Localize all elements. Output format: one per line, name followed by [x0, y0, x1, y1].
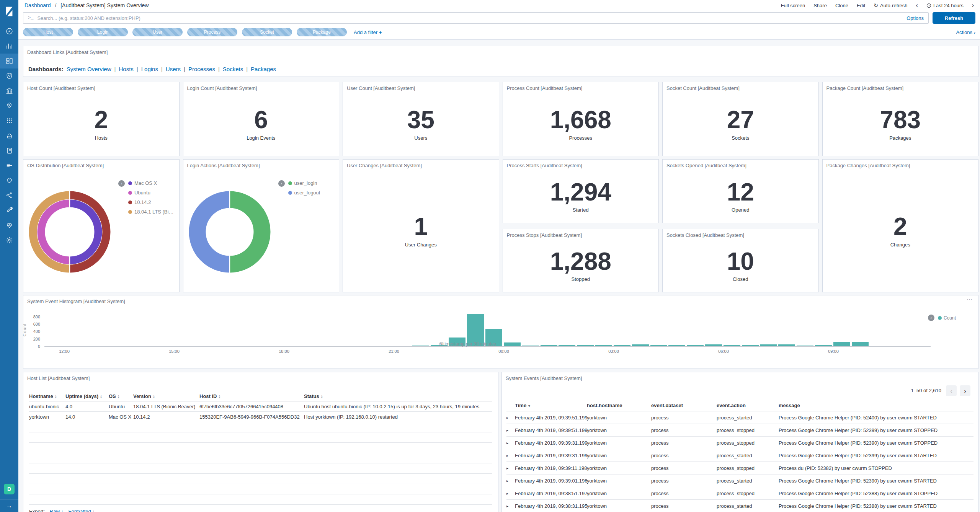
column-header-message[interactable]: message: [779, 403, 973, 408]
dashboard-link-system-overview[interactable]: System Overview: [67, 66, 111, 72]
auto-refresh-button[interactable]: ↻ Auto-refresh: [874, 2, 907, 8]
login-actions-donut-chart[interactable]: [189, 191, 271, 273]
options-link[interactable]: Options: [906, 15, 924, 21]
sort-carets-icon[interactable]: ▲▼: [55, 395, 57, 399]
legend-expand-icon[interactable]: ›: [118, 180, 125, 187]
sidebar-item-heartbeat[interactable]: [0, 218, 18, 233]
column-header-event-action[interactable]: event.action: [717, 403, 779, 408]
legend-item-10-14-2[interactable]: 10.14.2: [128, 199, 176, 205]
histogram-bar[interactable]: [705, 344, 722, 346]
legend-item-mac-os-x[interactable]: Mac OS X: [128, 180, 176, 186]
actions-link[interactable]: Actions ›: [956, 29, 975, 35]
sidebar-item-shield[interactable]: [0, 68, 18, 83]
histogram-bar[interactable]: [815, 345, 832, 346]
legend-expand-icon[interactable]: ›: [278, 180, 285, 187]
export-raw-link[interactable]: Raw ↓: [50, 509, 64, 512]
histogram-bar[interactable]: [376, 346, 392, 346]
filter-pill-host[interactable]: Host: [23, 28, 73, 36]
legend-expand-icon[interactable]: ›: [928, 315, 934, 321]
histogram-bar[interactable]: [412, 346, 429, 346]
histogram-bar[interactable]: [760, 344, 777, 346]
histogram-bar[interactable]: [394, 346, 411, 346]
sidebar-item-map-pin[interactable]: [0, 98, 18, 113]
sort-carets-icon[interactable]: ▲▼: [219, 395, 221, 399]
kibana-logo-icon[interactable]: [0, 0, 18, 23]
histogram-bar[interactable]: [522, 346, 539, 346]
share-button[interactable]: Share: [813, 3, 827, 8]
sidebar-item-dots-grid[interactable]: [0, 113, 18, 128]
dashboard-link-processes[interactable]: Processes: [188, 66, 215, 72]
sidebar-item-gear[interactable]: [0, 233, 18, 248]
next-page-button[interactable]: ›: [960, 385, 970, 396]
histogram-bar[interactable]: [541, 345, 557, 346]
time-forward-button[interactable]: ›: [972, 2, 974, 8]
sidebar-item-dashboard-grid[interactable]: [0, 54, 18, 68]
filter-pill-login[interactable]: Login: [78, 28, 128, 36]
legend-item-18-04-1-lts-bionic-b-[interactable]: 18.04.1 LTS (Bionic B...: [128, 209, 176, 215]
legend-item-user-logout[interactable]: user_logout: [288, 190, 320, 196]
column-header-hostname[interactable]: Hostname▲▼: [29, 393, 65, 399]
os-distribution-donut-chart[interactable]: [29, 191, 111, 273]
histogram-bar[interactable]: [687, 345, 704, 346]
sidebar-item-wrench[interactable]: [0, 203, 18, 218]
time-range-picker[interactable]: Last 24 hours: [926, 3, 964, 8]
histogram-bar[interactable]: [852, 342, 869, 346]
expand-row-icon[interactable]: ▸: [506, 504, 515, 508]
edit-button[interactable]: Edit: [857, 3, 865, 8]
histogram-bar[interactable]: [632, 344, 649, 346]
histogram-bar[interactable]: [559, 345, 575, 346]
add-filter-link[interactable]: Add a filter +: [354, 29, 382, 35]
legend-label[interactable]: Count: [944, 315, 956, 321]
dashboard-link-hosts[interactable]: Hosts: [119, 66, 133, 72]
space-badge[interactable]: D: [4, 484, 15, 494]
sort-carets-icon[interactable]: ▲▼: [321, 395, 323, 399]
expand-row-icon[interactable]: ▸: [506, 479, 515, 483]
legend-item-ubuntu[interactable]: Ubuntu: [128, 190, 176, 196]
histogram-bar[interactable]: [504, 342, 521, 346]
column-header-host-id[interactable]: Host ID▲▼: [199, 393, 304, 399]
column-header-host-hostname[interactable]: host.hostname: [587, 403, 651, 408]
histogram-bar[interactable]: [797, 346, 813, 346]
clone-button[interactable]: Clone: [835, 3, 848, 8]
histogram-bar[interactable]: [668, 345, 685, 346]
panel-options-icon[interactable]: ⋯: [967, 296, 973, 303]
time-back-button[interactable]: ‹: [916, 2, 918, 8]
filter-pill-process[interactable]: Process: [187, 28, 237, 36]
collapse-nav-arrow-icon[interactable]: →: [0, 499, 18, 512]
breadcrumb-dashboard-link[interactable]: Dashboard: [24, 2, 51, 8]
histogram-bar[interactable]: [833, 342, 850, 346]
sort-carets-icon[interactable]: ▲▼: [153, 395, 155, 399]
histogram-bar[interactable]: [614, 345, 630, 346]
dashboard-link-packages[interactable]: Packages: [251, 66, 276, 72]
expand-row-icon[interactable]: ▸: [506, 491, 515, 496]
column-header-event-dataset[interactable]: event.dataset: [651, 403, 717, 408]
histogram-bar[interactable]: [577, 345, 594, 346]
column-header-status[interactable]: Status▲▼: [304, 393, 492, 399]
column-header-uptime-days-[interactable]: Uptime (days)▲▼: [65, 393, 109, 399]
filter-pill-user[interactable]: User: [132, 28, 183, 36]
histogram-bar[interactable]: [650, 345, 667, 346]
refresh-button[interactable]: Refresh: [933, 12, 975, 24]
filter-pill-package[interactable]: Package: [297, 28, 347, 36]
expand-row-icon[interactable]: ▸: [506, 416, 515, 420]
expand-row-icon[interactable]: ▸: [506, 428, 515, 432]
column-header-os[interactable]: OS▲▼: [109, 393, 133, 399]
histogram-bar[interactable]: [778, 344, 795, 346]
export-formatted-link[interactable]: Formatted ↓: [69, 509, 95, 512]
sort-carets-icon[interactable]: ▲▼: [100, 395, 102, 399]
dashboard-link-sockets[interactable]: Sockets: [223, 66, 243, 72]
expand-row-icon[interactable]: ▸: [506, 466, 515, 470]
histogram-bar[interactable]: [742, 345, 759, 346]
sidebar-item-text-lines[interactable]: [0, 158, 18, 173]
sidebar-item-bar-chart[interactable]: [0, 39, 18, 54]
legend-item-user-login[interactable]: user_login: [288, 180, 320, 186]
sidebar-item-node-graph[interactable]: [0, 188, 18, 203]
prev-page-button[interactable]: ‹: [946, 385, 957, 396]
histogram-bar[interactable]: [595, 345, 612, 346]
sidebar-item-scroll[interactable]: [0, 143, 18, 158]
expand-row-icon[interactable]: ▸: [506, 441, 515, 445]
column-header-Time[interactable]: Time▼: [515, 403, 587, 408]
sidebar-item-heart[interactable]: [0, 173, 18, 188]
sidebar-item-cloud-server[interactable]: [0, 128, 18, 143]
dashboard-link-logins[interactable]: Logins: [141, 66, 158, 72]
